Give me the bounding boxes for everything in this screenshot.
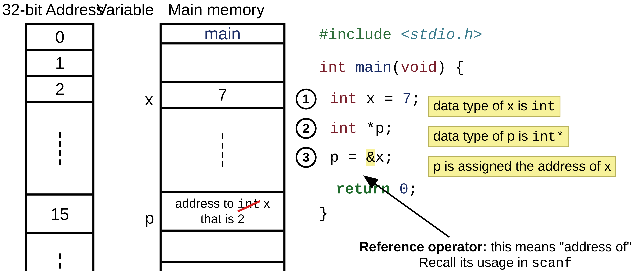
code-return-end: ;	[408, 181, 418, 198]
step-circle-3: 3	[296, 147, 316, 168]
code-l3-post: x;	[375, 149, 393, 166]
code-l2-int: int	[330, 120, 366, 137]
variable-label-p: p	[145, 208, 154, 228]
addr-cell-0: 0	[27, 25, 92, 51]
code-l1-mid: x =	[366, 91, 402, 108]
note-x-type: data type of x is int	[428, 96, 560, 117]
note-p-type: data type of p is int*	[428, 126, 569, 147]
mem-p-text-int: int	[238, 197, 260, 212]
code-l3-pre: p =	[330, 149, 366, 166]
code-l2-rest: *p;	[366, 120, 393, 137]
step-circle-1: 1	[296, 88, 316, 110]
header-address: 32-bit Address	[2, 1, 104, 19]
code-include-kw: #include	[319, 26, 401, 44]
header-main-mem: Main memory	[168, 1, 264, 19]
mem-p-text-post: x	[260, 196, 270, 210]
code-l1-int: int	[330, 91, 366, 108]
variable-label-x: x	[145, 90, 153, 109]
note-x-mono: int	[531, 99, 555, 114]
mem-cell-x: 7	[162, 83, 284, 109]
memory-column: main 7 address to int x that is 2	[160, 23, 286, 271]
ref-rest1: this means "address of"	[487, 239, 632, 254]
addr-cell-dots1	[27, 103, 92, 196]
note-x-pre: data type of x is	[433, 98, 531, 114]
code-l3-amp: &	[366, 149, 375, 166]
address-column: 0 1 2 15	[25, 23, 94, 271]
ref-bold: Reference operator:	[359, 239, 487, 254]
mem-cell-p: address to int x that is 2	[162, 193, 284, 232]
mem-cell-main: main	[162, 25, 284, 44]
reference-annotation: Reference operator: this means "address …	[344, 239, 644, 271]
mem-cell-empty3	[162, 263, 284, 271]
mem-p-text-pre: address to	[175, 196, 238, 210]
mem-p-text-line2: that is 2	[200, 212, 244, 226]
mem-cell-dots	[162, 109, 284, 193]
code-return-kw: return	[336, 181, 399, 198]
mem-cell-empty1	[162, 44, 284, 83]
step-circle-2: 2	[296, 118, 316, 139]
mem-cell-empty2	[162, 232, 284, 263]
code-include-line: #include <stdio.h>	[319, 23, 482, 47]
code-block: #include <stdio.h> int main(void) { 1 in…	[319, 23, 482, 226]
code-close-brace: }	[319, 202, 482, 226]
header-variable: Variable	[96, 1, 154, 19]
code-return-line: return 0;	[336, 178, 482, 202]
code-main-sig: int main(void) {	[319, 56, 482, 80]
code-l1-end: ;	[412, 91, 420, 108]
ref-rest2-mono: scanf	[532, 256, 572, 271]
ref-rest2-pre: Recall its usage in	[419, 255, 532, 270]
note-p-assign: p is assigned the address of x	[428, 156, 616, 177]
addr-cell-1: 1	[27, 51, 92, 77]
addr-cell-15: 15	[27, 196, 92, 234]
code-l1-num: 7	[402, 91, 412, 108]
code-int-kw: int	[319, 59, 355, 76]
code-include-hdr: <stdio.h>	[401, 26, 482, 44]
code-main-fn: main	[355, 59, 392, 76]
code-return-num: 0	[399, 181, 408, 198]
addr-cell-2: 2	[27, 77, 92, 103]
note-p-mono: int*	[532, 129, 564, 145]
note-p-pre: data type of p is	[433, 128, 532, 144]
addr-cell-dots2	[27, 234, 92, 271]
code-main-args: (void) {	[392, 59, 464, 76]
